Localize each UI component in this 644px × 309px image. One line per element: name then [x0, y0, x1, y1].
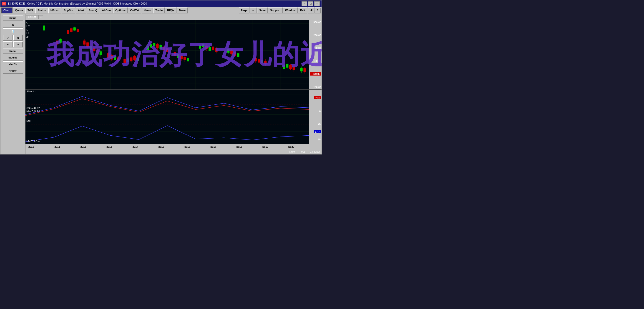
time-2016: |2016 [184, 145, 190, 148]
stoch-highlight: 44.8 [314, 96, 321, 99]
menu-chart[interactable]: Chart [1, 8, 12, 14]
svg-rect-28 [77, 29, 79, 32]
svg-rect-50 [124, 59, 126, 63]
chart-tabs: KCE,M + [26, 14, 322, 20]
svg-rect-96 [227, 49, 230, 53]
menu-quote[interactable]: Quote [13, 8, 25, 14]
minimize-button[interactable]: − [302, 1, 307, 6]
ssk-value: SSK= 44.82 [26, 107, 40, 109]
status-bar: NUM P005 13:30:52 [26, 149, 322, 154]
menu-status[interactable]: Status [36, 8, 48, 14]
rsi-value-display: RSI = 57.65 [26, 139, 40, 142]
menu-alert[interactable]: Alert [76, 8, 86, 14]
menu-trade[interactable]: Trade [153, 8, 165, 14]
rsi-svg [26, 119, 309, 144]
menu-bar-right: Page → Save Support Window Exit 🗗 ? [239, 8, 321, 14]
svg-rect-42 [107, 54, 110, 58]
price-300: 300.00 [310, 21, 321, 24]
sidebar-row-1: ⟳ N [3, 35, 23, 41]
chart-tab-kce[interactable]: KCE,M [26, 15, 38, 19]
svg-rect-76 [177, 54, 180, 58]
stoch-panel: SStoch : SSK= 44.82 SSD= 40.68 44.8 [26, 89, 322, 119]
svg-rect-54 [130, 58, 132, 61]
chart-icon-button[interactable]: 📊 [3, 28, 23, 34]
rescl-button[interactable]: ReScl [3, 48, 23, 54]
menu-supsrv[interactable]: SupSrv [62, 8, 75, 14]
menu-mscan[interactable]: MScan [48, 8, 62, 14]
delta-label: Δ= [26, 35, 30, 39]
price-150: 150.00 [310, 60, 321, 62]
sidebar-btn-n[interactable]: N [13, 35, 23, 41]
setup-button[interactable]: Setup [3, 15, 23, 21]
price-200: 200.00 [310, 47, 321, 49]
studies-button[interactable]: Studies [3, 55, 23, 61]
svg-rect-64 [153, 43, 155, 47]
hist-button[interactable]: <Hist> [3, 68, 23, 74]
rsi-panel: RSI RSI = 57.65 75 57.7 25 [26, 119, 322, 144]
menu-window[interactable]: Window [283, 8, 298, 14]
svg-rect-56 [134, 56, 136, 60]
menu-restore[interactable]: 🗗 [308, 8, 314, 14]
rsi-highlight: 57.7 [314, 130, 321, 133]
menu-snapq[interactable]: SnapQ [87, 8, 100, 14]
rsi-axis: 75 57.7 25 [309, 119, 322, 144]
svg-rect-36 [93, 48, 95, 51]
time-2015: |2015 [158, 145, 164, 148]
svg-rect-88 [205, 46, 208, 49]
chart-tab-add[interactable]: + [38, 15, 43, 19]
menu-options[interactable]: Options [113, 8, 128, 14]
rsi-reading: RSI = 57.65 [26, 139, 40, 142]
menu-bar: Chart Quote T&S Status MScan SupSrv Aler… [0, 7, 322, 14]
title-bar-controls: − □ ✕ [302, 1, 320, 6]
sidebar-row-2: ✦ ✦ [3, 42, 23, 47]
menu-allcon[interactable]: AllCon [100, 8, 113, 14]
svg-rect-106 [258, 59, 260, 62]
menu-more[interactable]: More [177, 8, 188, 14]
svg-rect-22 [67, 30, 69, 34]
time-2010: |2010 [28, 145, 34, 148]
time-labels: |2010 |2011 |2012 |2013 |2014 |2015 |201… [26, 145, 309, 148]
print-button[interactable]: 🖨 [3, 22, 23, 28]
maximize-button[interactable]: □ [308, 1, 313, 6]
menu-save[interactable]: Save [257, 8, 268, 14]
svg-rect-24 [70, 29, 72, 32]
sidebar-btn-link[interactable]: ⟳ [3, 35, 12, 41]
time-2012: |2012 [80, 145, 86, 148]
menu-page[interactable]: Page [239, 8, 250, 14]
menu-rfqs[interactable]: RFQs [165, 8, 176, 14]
time-2019: |2019 [262, 145, 268, 148]
svg-rect-80 [184, 57, 186, 60]
window-title: 13:30:52 KCE - Coffee (ICE), Monthly Con… [8, 2, 147, 5]
svg-rect-86 [202, 44, 204, 47]
sidebar-btn-star1[interactable]: ✦ [3, 42, 12, 47]
content-area: Setup 🖨 📊 ⟳ N ✦ ✦ ReScl Studies <IntD> <… [0, 14, 322, 154]
svg-rect-114 [286, 64, 288, 68]
close-button[interactable]: ✕ [314, 1, 320, 6]
ssd-value: SSD= 40.68 [26, 109, 40, 112]
rsi-25: 25 [318, 138, 321, 141]
menu-news[interactable]: News [142, 8, 153, 14]
time-2011: |2011 [54, 145, 60, 148]
svg-rect-34 [90, 46, 92, 50]
svg-rect-100 [234, 52, 236, 56]
svg-rect-82 [187, 58, 189, 62]
menu-ts[interactable]: T&S [26, 8, 35, 14]
intd-button[interactable]: <IntD> [3, 61, 23, 67]
time-axis: |2010 |2011 |2012 |2013 |2014 |2015 |201… [26, 144, 322, 149]
svg-rect-110 [264, 61, 266, 64]
time-2018: |2018 [236, 145, 242, 148]
menu-help[interactable]: ? [315, 8, 321, 14]
svg-rect-62 [150, 44, 152, 48]
sidebar-btn-star2[interactable]: ✦ [13, 42, 23, 47]
menu-exit[interactable]: Exit [298, 8, 307, 14]
menu-ordtkt[interactable]: OrdTkt [128, 8, 141, 14]
price-250: 250.00 [310, 34, 321, 37]
svg-rect-32 [87, 43, 89, 47]
time-axis-spacer [309, 144, 322, 149]
menu-support[interactable]: Support [268, 8, 283, 14]
menu-arrow[interactable]: → [250, 8, 257, 14]
svg-rect-118 [293, 67, 295, 70]
svg-rect-60 [146, 46, 149, 50]
svg-rect-30 [83, 41, 86, 44]
svg-rect-40 [100, 52, 102, 55]
